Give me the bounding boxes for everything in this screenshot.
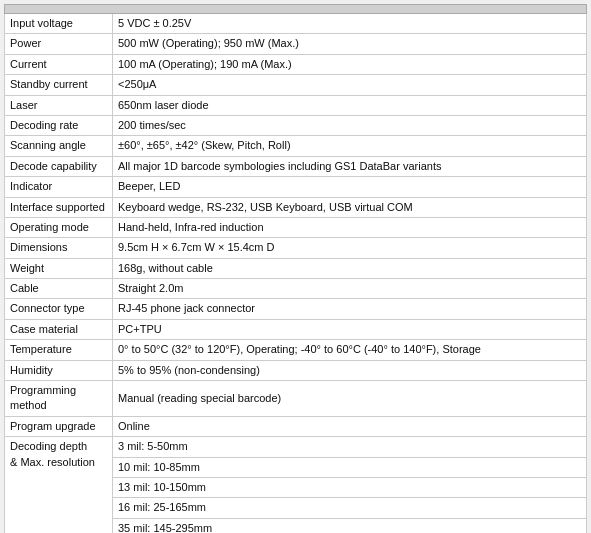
row-label: Decode capability (5, 156, 113, 176)
table-header (5, 5, 587, 14)
row-value: All major 1D barcode symbologies includi… (113, 156, 587, 176)
row-value: <250μA (113, 75, 587, 95)
row-label: Power (5, 34, 113, 54)
table-row: Humidity5% to 95% (non-condensing) (5, 360, 587, 380)
spec-table: Input voltage5 VDC ± 0.25VPower500 mW (O… (4, 4, 587, 533)
table-row: Operating modeHand-held, Infra-red induc… (5, 217, 587, 237)
row-label: Humidity (5, 360, 113, 380)
table-row: Input voltage5 VDC ± 0.25V (5, 14, 587, 34)
row-label: Laser (5, 95, 113, 115)
decoding-depth-label: Decoding depth& Max. resolution (5, 437, 113, 533)
table-row: Programming methodManual (reading specia… (5, 381, 587, 417)
row-value: 5% to 95% (non-condensing) (113, 360, 587, 380)
row-label: Decoding rate (5, 115, 113, 135)
row-value: Online (113, 416, 587, 436)
row-value: 200 times/sec (113, 115, 587, 135)
table-row: Dimensions9.5cm H × 6.7cm W × 15.4cm D (5, 238, 587, 258)
table-row: Interface supportedKeyboard wedge, RS-23… (5, 197, 587, 217)
decoding-depth-value: 10 mil: 10-85mm (113, 457, 587, 477)
table-row: Decode capabilityAll major 1D barcode sy… (5, 156, 587, 176)
decoding-depth-value: 16 mil: 25-165mm (113, 498, 587, 518)
table-row: Power500 mW (Operating); 950 mW (Max.) (5, 34, 587, 54)
row-label: Programming method (5, 381, 113, 417)
row-value: RJ-45 phone jack connector (113, 299, 587, 319)
table-row: Connector typeRJ-45 phone jack connector (5, 299, 587, 319)
row-value: 0° to 50°C (32° to 120°F), Operating; -4… (113, 340, 587, 360)
table-row: Program upgradeOnline (5, 416, 587, 436)
table-row: Scanning angle±60°, ±65°, ±42° (Skew, Pi… (5, 136, 587, 156)
row-label: Weight (5, 258, 113, 278)
row-value: 100 mA (Operating); 190 mA (Max.) (113, 54, 587, 74)
row-value: 168g, without cable (113, 258, 587, 278)
row-label: Dimensions (5, 238, 113, 258)
row-value: Keyboard wedge, RS-232, USB Keyboard, US… (113, 197, 587, 217)
row-value: Manual (reading special barcode) (113, 381, 587, 417)
table-row: Weight168g, without cable (5, 258, 587, 278)
row-label: Indicator (5, 177, 113, 197)
decoding-depth-value: 35 mil: 145-295mm (113, 518, 587, 533)
table-row: CableStraight 2.0m (5, 279, 587, 299)
table-row: Case materialPC+TPU (5, 319, 587, 339)
table-row: Standby current<250μA (5, 75, 587, 95)
decoding-depth-row: Decoding depth& Max. resolution3 mil: 5-… (5, 437, 587, 457)
row-value: 9.5cm H × 6.7cm W × 15.4cm D (113, 238, 587, 258)
table-row: IndicatorBeeper, LED (5, 177, 587, 197)
row-label: Temperature (5, 340, 113, 360)
row-value: 5 VDC ± 0.25V (113, 14, 587, 34)
decoding-depth-value: 13 mil: 10-150mm (113, 477, 587, 497)
table-row: Decoding rate200 times/sec (5, 115, 587, 135)
table-row: Laser650nm laser diode (5, 95, 587, 115)
row-value: Straight 2.0m (113, 279, 587, 299)
decoding-depth-value: 3 mil: 5-50mm (113, 437, 587, 457)
table-row: Temperature0° to 50°C (32° to 120°F), Op… (5, 340, 587, 360)
row-label: Current (5, 54, 113, 74)
row-label: Interface supported (5, 197, 113, 217)
row-value: 500 mW (Operating); 950 mW (Max.) (113, 34, 587, 54)
row-label: Connector type (5, 299, 113, 319)
row-label: Standby current (5, 75, 113, 95)
row-label: Operating mode (5, 217, 113, 237)
row-label: Input voltage (5, 14, 113, 34)
row-label: Program upgrade (5, 416, 113, 436)
row-value: 650nm laser diode (113, 95, 587, 115)
table-row: Current100 mA (Operating); 190 mA (Max.) (5, 54, 587, 74)
row-label: Cable (5, 279, 113, 299)
row-label: Scanning angle (5, 136, 113, 156)
row-value: Beeper, LED (113, 177, 587, 197)
row-value: ±60°, ±65°, ±42° (Skew, Pitch, Roll) (113, 136, 587, 156)
row-value: Hand-held, Infra-red induction (113, 217, 587, 237)
row-value: PC+TPU (113, 319, 587, 339)
row-label: Case material (5, 319, 113, 339)
